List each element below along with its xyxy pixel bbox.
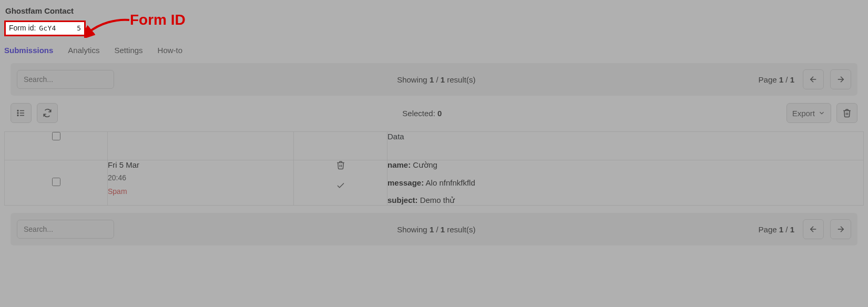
- header-checkbox-cell: [5, 132, 108, 160]
- data-field-message: message: Alo nfnfnkfkfld: [387, 178, 863, 187]
- row-time: 20:46: [108, 173, 293, 182]
- page-current: 1: [779, 225, 783, 234]
- refresh-button[interactable]: [37, 103, 58, 123]
- tab-analytics[interactable]: Analytics: [68, 46, 99, 58]
- row-delete-button[interactable]: [336, 160, 345, 171]
- svg-point-4: [17, 115, 18, 116]
- arrow-right-icon: [836, 224, 845, 234]
- row-date: Fri 5 Mar: [108, 160, 293, 169]
- selected-number: 0: [437, 109, 442, 118]
- showing-total: 1: [441, 75, 445, 84]
- showing-sep: /: [434, 75, 441, 84]
- page-prev-button[interactable]: [803, 69, 824, 89]
- toolbar-selection: Selected: 0 Export: [0, 96, 868, 131]
- table-row: Fri 5 Mar 20:46 Spam name: Cường: [5, 160, 864, 206]
- field-message-value: Alo nfnfnkfkfld: [426, 178, 475, 187]
- list-view-button[interactable]: [11, 103, 32, 123]
- export-button[interactable]: Export: [787, 103, 831, 123]
- select-all-checkbox[interactable]: [52, 132, 60, 140]
- tabs: Submissions Analytics Settings How-to: [0, 36, 868, 59]
- row-data-cell: name: Cường message: Alo nfnfnkfkfld sub…: [387, 160, 864, 206]
- showing-total: 1: [441, 225, 445, 234]
- submissions-table: Data Fri 5 Mar 20:46 Spam: [4, 131, 864, 206]
- page-next-button[interactable]: [830, 69, 851, 89]
- field-name-value: Cường: [413, 160, 437, 169]
- data-field-subject: subject: Demo thử: [387, 196, 863, 205]
- trash-icon: [842, 108, 852, 118]
- page-sep: /: [783, 75, 790, 84]
- search-input-bottom[interactable]: [17, 220, 114, 239]
- page-next-button-bottom[interactable]: [830, 219, 851, 239]
- arrow-left-icon: [809, 75, 818, 84]
- page-prev-button-bottom[interactable]: [803, 219, 824, 239]
- tab-submissions[interactable]: Submissions: [4, 46, 53, 58]
- field-name-label: name:: [387, 160, 411, 169]
- page-indicator-bottom: Page 1 / 1: [759, 225, 794, 234]
- field-subject-label: subject:: [387, 196, 418, 204]
- arrow-right-icon: [836, 75, 845, 84]
- row-checkbox[interactable]: [52, 178, 60, 186]
- arrow-left-icon: [809, 224, 818, 234]
- page-current: 1: [779, 75, 783, 84]
- annotation-form-id-label: Form ID: [130, 12, 186, 28]
- export-label: Export: [792, 109, 815, 118]
- page-label: Page: [759, 225, 779, 234]
- header-data: Data: [387, 132, 864, 160]
- form-id-box: Form id: GcY4 5: [4, 21, 86, 36]
- toolbar-bottom: Showing 1 / 1 result(s) Page 1 / 1: [11, 213, 857, 245]
- page-total: 1: [790, 75, 794, 84]
- header-actions: [294, 132, 387, 160]
- row-checkbox-cell: [5, 160, 108, 206]
- field-subject-value: Demo thử: [420, 196, 455, 204]
- row-actions-cell: [294, 160, 387, 206]
- header-date: [108, 132, 294, 160]
- showing-prefix: Showing: [397, 75, 430, 84]
- tab-settings[interactable]: Settings: [114, 46, 142, 58]
- row-spam-flag[interactable]: Spam: [108, 187, 293, 196]
- selected-count: Selected: 0: [63, 109, 781, 118]
- form-id-line: Form id: GcY4 5: [9, 24, 81, 32]
- svg-point-0: [17, 110, 18, 111]
- form-id-value: GcY4: [39, 24, 56, 32]
- results-summary: Showing 1 / 1 result(s): [397, 75, 475, 84]
- page-label: Page: [759, 75, 779, 84]
- refresh-icon: [43, 108, 52, 118]
- annotation-arrow-icon: [84, 17, 131, 38]
- showing-current: 1: [430, 75, 434, 84]
- form-id-tail: 5: [77, 24, 81, 32]
- showing-suffix: result(s): [445, 225, 475, 234]
- selected-label: Selected:: [402, 109, 437, 118]
- page-sep: /: [783, 225, 790, 234]
- delete-selected-button[interactable]: [836, 103, 857, 123]
- toolbar-top: Showing 1 / 1 result(s) Page 1 / 1: [11, 63, 857, 96]
- list-icon: [16, 108, 26, 118]
- data-field-name: name: Cường: [387, 160, 863, 170]
- chevron-down-icon: [818, 109, 825, 117]
- tab-howto[interactable]: How-to: [158, 46, 183, 58]
- showing-prefix: Showing: [397, 225, 430, 234]
- row-date-cell: Fri 5 Mar 20:46 Spam: [108, 160, 294, 206]
- check-icon: [336, 181, 345, 190]
- trash-icon: [336, 160, 345, 170]
- row-approve-button[interactable]: [336, 181, 345, 192]
- showing-current: 1: [430, 225, 434, 234]
- field-message-label: message:: [387, 178, 424, 187]
- form-id-label: Form id:: [9, 24, 36, 32]
- page-total: 1: [790, 225, 794, 234]
- results-summary-bottom: Showing 1 / 1 result(s): [397, 225, 475, 234]
- svg-point-2: [17, 112, 18, 114]
- showing-sep: /: [434, 225, 441, 234]
- search-input[interactable]: [17, 70, 114, 89]
- showing-suffix: result(s): [445, 75, 475, 84]
- page-indicator: Page 1 / 1: [759, 75, 794, 84]
